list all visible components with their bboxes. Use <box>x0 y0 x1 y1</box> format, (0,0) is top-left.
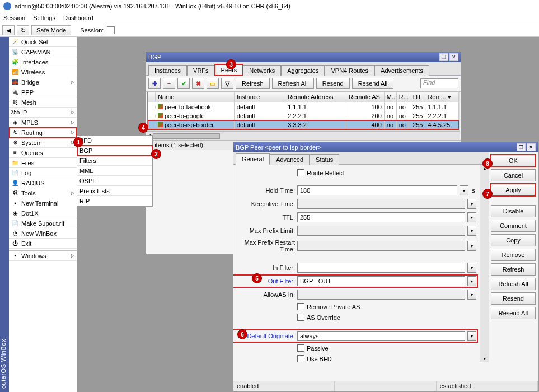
peer-tab-advanced[interactable]: Advanced <box>270 154 310 165</box>
comment-button[interactable]: Comment <box>491 220 536 232</box>
peer-tab-status[interactable]: Status <box>310 154 339 165</box>
table-row[interactable]: peer-to-facebookdefault1.1.1.1100nono255… <box>148 102 459 111</box>
remove-button[interactable]: Remove <box>491 249 536 261</box>
col-header[interactable]: TTL <box>409 92 426 102</box>
resend-all-button[interactable]: Resend All <box>491 307 536 319</box>
allow-as-input[interactable] <box>297 290 465 300</box>
comment-button[interactable]: ▭ <box>207 78 219 89</box>
menu-dashboard[interactable]: Dashboard <box>63 15 93 21</box>
sidebar-item-bridge[interactable]: 🌉Bridge▷ <box>9 77 77 87</box>
submenu-item-rip[interactable]: RIP <box>77 196 152 206</box>
safe-mode-button[interactable]: Safe Mode <box>31 25 71 35</box>
disable-button[interactable]: ✖ <box>192 78 204 89</box>
allow-as-dropdown[interactable]: ▾ <box>467 290 476 300</box>
sidebar-item-make-supout.rif[interactable]: 📄Make Supout.rif <box>9 218 77 228</box>
refresh-button[interactable]: Refresh <box>236 78 270 89</box>
sidebar-item-exit[interactable]: ⏻Exit <box>9 239 77 249</box>
table-row[interactable]: peer-to-isp-borderdefault3.3.3.2400nono2… <box>148 120 459 129</box>
resend-button[interactable]: Resend <box>491 292 536 305</box>
tab-advertisements[interactable]: Advertisements <box>374 65 429 76</box>
enable-button[interactable]: ✔ <box>177 78 190 89</box>
keepalive-dropdown[interactable]: ▾ <box>467 199 476 209</box>
submenu-item-ospf[interactable]: OSPF <box>77 176 152 186</box>
cancel-button[interactable]: Cancel <box>491 169 536 181</box>
add-button[interactable]: ✚ <box>148 78 161 89</box>
in-filter-input[interactable] <box>297 263 465 273</box>
apply-button[interactable]: Apply <box>491 184 536 196</box>
out-filter-input[interactable]: BGP - OUT <box>297 276 465 286</box>
in-filter-dropdown[interactable]: ▾ <box>467 263 476 273</box>
table-row[interactable]: peer-to-googledefault2.2.2.1200nono2552.… <box>148 111 459 120</box>
col-header[interactable]: Rem... ▾ <box>425 92 459 102</box>
sidebar-item-capsman[interactable]: 📡CAPsMAN <box>9 47 77 57</box>
refresh-button[interactable]: Refresh <box>491 263 536 276</box>
col-header[interactable] <box>148 92 156 102</box>
menu-settings[interactable]: Settings <box>33 15 55 21</box>
col-header[interactable]: Remote AS <box>346 92 385 102</box>
tab-instances[interactable]: Instances <box>148 65 187 76</box>
undo-button[interactable]: ◀ <box>2 25 15 35</box>
sidebar-item-ip[interactable]: 255IP▷ <box>9 108 77 118</box>
keepalive-input[interactable] <box>297 199 465 209</box>
sidebar-item-new-terminal[interactable]: ▪New Terminal <box>9 198 77 208</box>
tab-networks[interactable]: Networks <box>243 65 281 76</box>
peer-tab-general[interactable]: General <box>236 153 270 165</box>
col-header[interactable]: Instance <box>235 92 285 102</box>
as-override-checkbox[interactable] <box>297 314 304 321</box>
submenu-item-bgp[interactable]: BGP <box>77 146 152 156</box>
sidebar-item-ppp[interactable]: 🔌PPP <box>9 87 77 97</box>
filter-button[interactable]: ▽ <box>221 78 233 89</box>
col-header[interactable]: Remote Address <box>285 92 346 102</box>
submenu-item-bfd[interactable]: BFD <box>77 136 152 146</box>
sidebar-item-new-winbox[interactable]: ◔New WinBox <box>9 228 77 239</box>
sidebar-item-tools[interactable]: 🛠Tools▷ <box>9 188 77 198</box>
grid-hscroll[interactable]: ◀ <box>147 131 460 140</box>
sidebar-item-mesh[interactable]: ⛓Mesh <box>9 97 77 108</box>
default-originate-dropdown[interactable]: ▾ <box>467 331 476 341</box>
peer-titlebar[interactable]: BGP Peer <peer-to-isp-border> ❐ ✕ <box>233 142 538 152</box>
sidebar-item-system[interactable]: ⚙System▷ <box>9 138 77 148</box>
passive-checkbox[interactable] <box>297 344 304 352</box>
submenu-item-filters[interactable]: Filters <box>77 156 152 166</box>
out-filter-dropdown[interactable]: ▾ <box>467 276 476 286</box>
menu-session[interactable]: Session <box>3 15 25 21</box>
col-header[interactable]: R... <box>397 92 409 102</box>
col-header[interactable]: M... <box>385 92 397 102</box>
sidebar-item-wireless[interactable]: 📶Wireless <box>9 67 77 77</box>
max-prefix-restart-dropdown[interactable]: ▾ <box>467 241 476 251</box>
session-checkbox[interactable] <box>107 26 115 34</box>
hold-time-input[interactable]: 180 <box>297 185 457 195</box>
bgp-close-button[interactable]: ✕ <box>449 53 458 61</box>
resend-all-button[interactable]: Resend All <box>352 78 394 89</box>
sidebar-item-log[interactable]: 📄Log <box>9 168 77 178</box>
ttl-dropdown[interactable]: ▾ <box>467 212 476 222</box>
copy-button[interactable]: Copy <box>491 234 536 246</box>
remove-private-as-checkbox[interactable] <box>297 303 304 310</box>
max-prefix-restart-input[interactable] <box>297 241 465 251</box>
submenu-item-mme[interactable]: MME <box>77 166 152 176</box>
resend-button[interactable]: Resend <box>316 78 350 89</box>
tab-aggregates[interactable]: Aggregates <box>281 65 325 76</box>
bgp-restore-button[interactable]: ❐ <box>439 53 448 61</box>
col-header[interactable]: Name <box>156 92 235 102</box>
hold-time-dropdown[interactable]: ▾ <box>460 185 468 195</box>
max-prefix-input[interactable] <box>297 226 465 236</box>
sidebar-item-queues[interactable]: ≡Queues <box>9 148 77 158</box>
ok-button[interactable]: OK <box>491 155 536 167</box>
sidebar-item-routing[interactable]: ↯Routing▷ <box>9 128 77 138</box>
submenu-item-prefix-lists[interactable]: Prefix Lists <box>77 186 152 196</box>
sidebar-item-radius[interactable]: 👤RADIUS <box>9 178 77 188</box>
sidebar-item-mpls[interactable]: ◈MPLS▷ <box>9 118 77 128</box>
sidebar-item-quick-set[interactable]: 🪄Quick Set <box>9 37 77 47</box>
tab-vpn4-routes[interactable]: VPN4 Routes <box>325 65 374 76</box>
ttl-input[interactable]: 255 <box>297 212 465 222</box>
disable-button[interactable]: Disable <box>491 205 536 217</box>
sidebar-item-files[interactable]: 📁Files <box>9 158 77 168</box>
sidebar-item-dot1x[interactable]: ◉Dot1X <box>9 208 77 218</box>
refresh-all-button[interactable]: Refresh All <box>491 278 536 290</box>
peer-close-button[interactable]: ✕ <box>527 143 536 151</box>
refresh-all-button[interactable]: Refresh All <box>272 78 314 89</box>
tab-vrfs[interactable]: VRFs <box>187 65 215 76</box>
bgp-titlebar[interactable]: BGP ❐ ✕ <box>146 52 461 62</box>
sidebar-item-interfaces[interactable]: 🧩Interfaces <box>9 57 77 67</box>
